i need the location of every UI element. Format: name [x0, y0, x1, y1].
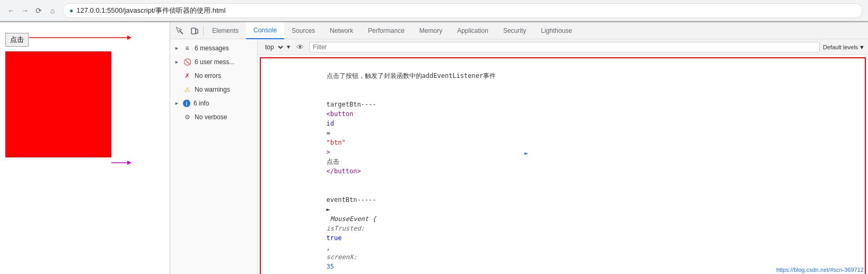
log-tag-close-1: > — [327, 148, 330, 156]
expand-arrow-messages: ► — [174, 46, 180, 51]
device-toolbar-button[interactable] — [187, 23, 202, 38]
sidebar-expand-arrow[interactable]: ► — [524, 149, 528, 157]
address-bar[interactable]: ● 127.0.0.1:5500/javascript/事件侦听器的使用.htm… — [63, 3, 863, 18]
context-selector-wrapper: top ▼ — [261, 42, 291, 52]
svg-rect-5 — [191, 28, 196, 34]
sidebar-label-messages: 6 messages — [195, 45, 253, 52]
toolbar-separator — [203, 26, 204, 36]
tab-memory[interactable]: Memory — [412, 22, 450, 39]
log-tag-open-1: <button — [327, 110, 357, 118]
log-tag-end-1: </button> — [327, 167, 361, 175]
log-prefix-1: targetBtn---- — [327, 101, 392, 108]
expand-triangle-1: ► — [327, 206, 330, 213]
log-attr-val-1: "btn" — [327, 139, 346, 146]
log-mouse-event-1: MouseEvent { — [327, 215, 376, 223]
default-levels-label: Default levels — [823, 44, 858, 50]
log-comma-1a: , — [327, 244, 334, 251]
tab-elements[interactable]: Elements — [205, 22, 246, 39]
devtools-panel: Elements Console Sources Network Perform… — [170, 22, 868, 274]
log-inner-1: 点击 — [327, 158, 339, 165]
sidebar-item-info[interactable]: ► i 6 info — [170, 96, 257, 110]
console-log-area[interactable]: 点击了按钮，触发了封装函数中的addEventListener事件 target… — [258, 55, 868, 274]
sidebar-label-warnings: No warnings — [195, 86, 253, 93]
click-button[interactable]: 点击 — [5, 33, 29, 47]
tab-console[interactable]: Console — [246, 22, 284, 39]
sidebar-item-all-messages[interactable]: ► ≡ 6 messages — [170, 41, 257, 55]
sidebar-item-verbose[interactable]: ► ⚙ No verbose — [170, 110, 257, 124]
log-prop-sx-1: screenX: — [327, 253, 361, 261]
log-prop-trusted-1: isTrusted: — [327, 225, 369, 232]
lock-icon: ● — [69, 7, 73, 14]
expand-arrow-info: ► — [174, 101, 180, 106]
tab-network[interactable]: Network — [322, 22, 361, 39]
svg-marker-3 — [127, 161, 131, 165]
red-box — [5, 51, 111, 157]
error-icon: ✗ — [183, 72, 191, 79]
log-val-sx-1: 35 — [327, 263, 334, 270]
sidebar-label-errors: No errors — [195, 72, 253, 79]
nav-buttons: ← → ⟳ ⌂ — [5, 5, 58, 16]
context-dropdown-arrow: ▼ — [286, 44, 291, 50]
webpage-area: 点击 — [0, 22, 170, 274]
info-icon: i — [183, 100, 190, 107]
devtools-toolbar: Elements Console Sources Network Perform… — [170, 22, 868, 39]
sidebar-item-errors[interactable]: ► ✗ No errors — [170, 69, 257, 83]
sidebar-label-info: 6 info — [194, 100, 253, 107]
log-line-1-1: 点击了按钮，触发了封装函数中的addEventListener事件 — [265, 61, 861, 90]
sidebar-label-verbose: No verbose — [195, 113, 253, 121]
sidebar-label-user: 6 user mess... — [195, 58, 253, 66]
console-entry-1: 点击了按钮，触发了封装函数中的addEventListener事件 target… — [260, 57, 866, 274]
log-line-1-3[interactable]: eventBtn----- ► MouseEvent { isTrusted: … — [265, 185, 861, 274]
log-attr-id-1: id — [327, 120, 334, 127]
eye-filter-button[interactable]: 👁 — [294, 41, 306, 53]
user-icon: 🚫 — [183, 58, 191, 66]
sidebar-item-warnings[interactable]: ► ⚠ No warnings — [170, 83, 257, 96]
log-eq-1: = — [327, 129, 330, 137]
tab-performance[interactable]: Performance — [361, 22, 412, 39]
log-text-1: 点击了按钮，触发了封装函数中的addEventListener事件 — [327, 72, 496, 79]
browser-chrome: ← → ⟳ ⌂ ● 127.0.0.1:5500/javascript/事件侦听… — [0, 0, 868, 21]
svg-marker-1 — [127, 36, 131, 40]
console-main: top ▼ 👁 Default levels ▼ — [258, 39, 868, 274]
forward-button[interactable]: → — [19, 5, 31, 16]
verbose-icon: ⚙ — [183, 113, 191, 121]
console-sidebar: ► ≡ 6 messages ► 🚫 6 user mess... ► ✗ No… — [170, 39, 258, 274]
expand-arrow-user: ► — [174, 59, 180, 65]
context-select[interactable]: top — [261, 42, 285, 52]
reload-button[interactable]: ⟳ — [33, 5, 45, 16]
svg-rect-6 — [196, 29, 198, 33]
console-content: ► ≡ 6 messages ► 🚫 6 user mess... ► ✗ No… — [170, 39, 868, 274]
warning-icon: ⚠ — [183, 86, 191, 93]
filter-input[interactable] — [309, 42, 820, 52]
csdn-link[interactable]: https://blog.csdn.net/#scn-369712 — [776, 267, 864, 273]
log-line-1-2: targetBtn---- <button id = "btn" > 点击 </… — [265, 90, 861, 185]
sidebar-item-user-messages[interactable]: ► 🚫 6 user mess... — [170, 55, 257, 69]
tab-application[interactable]: Application — [450, 22, 496, 39]
url-text: 127.0.0.1:5500/javascript/事件侦听器的使用.html — [76, 6, 225, 15]
console-filter-bar: top ▼ 👁 Default levels ▼ — [258, 39, 868, 55]
tab-sources[interactable]: Sources — [284, 22, 322, 39]
devtools-container: 点击 — [0, 21, 868, 274]
tab-lighthouse[interactable]: Lighthouse — [533, 22, 580, 39]
back-button[interactable]: ← — [5, 5, 17, 16]
inspect-element-button[interactable] — [172, 23, 187, 38]
default-levels-arrow: ▼ — [859, 44, 865, 50]
default-levels-button[interactable]: Default levels ▼ — [823, 44, 865, 50]
svg-line-4 — [180, 31, 183, 34]
tab-security[interactable]: Security — [496, 22, 533, 39]
list-icon: ≡ — [183, 45, 191, 52]
home-button[interactable]: ⌂ — [47, 5, 58, 16]
log-val-trusted-1: true — [327, 234, 342, 242]
log-prefix-event-1: eventBtn----- — [327, 196, 384, 204]
